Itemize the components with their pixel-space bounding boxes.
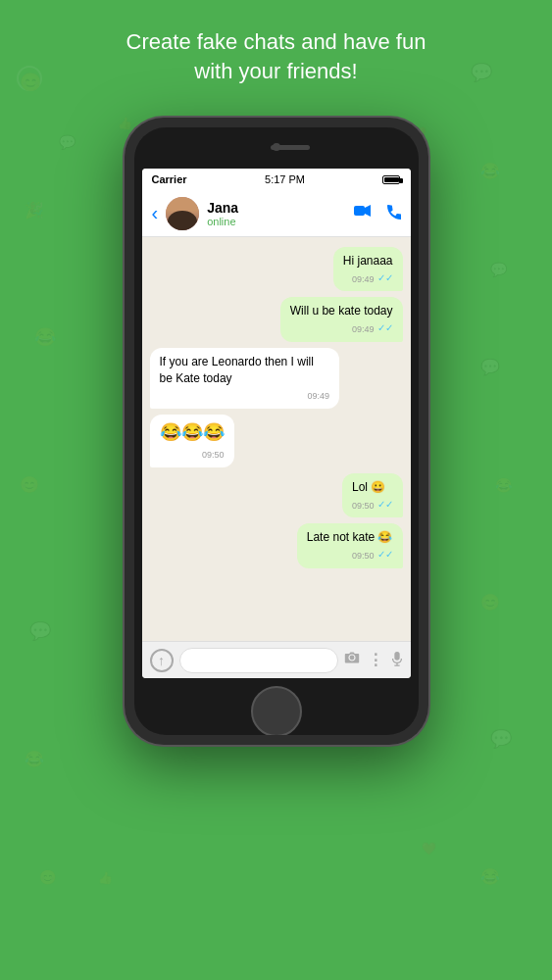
checkmarks-1: ✓✓ <box>377 271 393 285</box>
message-row-4: 😂😂😂 09:50 <box>150 415 403 467</box>
input-icons: ⋮ <box>344 651 403 669</box>
svg-text:😂: 😂 <box>480 867 500 886</box>
screen: Carrier 5:17 PM ‹ Jana onli <box>142 169 411 678</box>
bubble-3: If you are Leonardo then I will be Kate … <box>150 348 340 409</box>
svg-text:💬: 💬 <box>480 358 500 376</box>
svg-text:😊: 😊 <box>480 593 500 612</box>
svg-text:💬: 💬 <box>29 620 52 642</box>
bubble-text-3: If you are Leonardo then I will be Kate … <box>160 355 314 385</box>
upload-button[interactable]: ↑ <box>150 649 174 672</box>
battery-fill <box>384 177 398 182</box>
phone-call-icon[interactable] <box>385 204 401 223</box>
msg-time-4: 09:50 <box>202 449 225 462</box>
msg-time-6: 09:50 <box>352 550 375 563</box>
checkmarks-2: ✓✓ <box>377 321 393 335</box>
message-row-3: If you are Leonardo then I will be Kate … <box>150 348 403 409</box>
input-bar: ↑ ⋮ <box>142 641 411 678</box>
svg-marker-22 <box>365 205 371 217</box>
svg-text:😂: 😂 <box>495 477 513 494</box>
svg-text:😊: 😊 <box>39 869 57 886</box>
bubble-footer-5: 09:50 ✓✓ <box>352 498 393 513</box>
message-row-1: Hi janaaa 09:49 ✓✓ <box>150 247 403 291</box>
bubble-footer-1: 09:49 ✓✓ <box>343 271 393 286</box>
home-button[interactable] <box>251 686 302 735</box>
header-line2: with your friends! <box>194 59 357 83</box>
svg-text:❤️: ❤️ <box>422 841 436 856</box>
svg-text:😂: 😂 <box>480 162 500 180</box>
phone-frame: Carrier 5:17 PM ‹ Jana onli <box>125 118 428 745</box>
upload-icon: ↑ <box>158 653 165 668</box>
msg-time-2: 09:49 <box>352 323 375 336</box>
svg-rect-21 <box>354 206 365 216</box>
video-call-icon[interactable] <box>354 204 372 223</box>
msg-time-1: 09:49 <box>352 273 375 286</box>
svg-text:👍: 👍 <box>98 870 113 885</box>
contact-status: online <box>207 216 345 227</box>
svg-text:😂: 😂 <box>34 326 57 348</box>
bubble-text-5: Lol 😀 <box>352 480 385 494</box>
bubble-text-2: Will u be kate today <box>290 304 393 318</box>
dots-icon[interactable]: ⋮ <box>368 651 383 669</box>
svg-text:🎉: 🎉 <box>25 201 44 220</box>
bubble-1: Hi janaaa 09:49 ✓✓ <box>333 247 403 291</box>
camera-icon[interactable] <box>344 651 360 669</box>
time-label: 5:17 PM <box>265 173 305 185</box>
message-row-2: Will u be kate today 09:49 ✓✓ <box>150 297 403 341</box>
message-row-5: Lol 😀 09:50 ✓✓ <box>150 473 403 517</box>
carrier-label: Carrier <box>152 173 187 185</box>
svg-text:👍: 👍 <box>118 116 132 130</box>
back-button[interactable]: ‹ <box>152 202 159 224</box>
checkmarks-6: ✓✓ <box>377 548 393 562</box>
battery-icon <box>382 175 400 184</box>
avatar <box>166 197 199 230</box>
contact-info: Jana online <box>207 200 345 227</box>
avatar-hair <box>168 211 197 230</box>
message-input[interactable] <box>179 648 338 673</box>
msg-time-5: 09:50 <box>352 500 375 513</box>
chat-header: ‹ Jana online <box>142 190 411 237</box>
checkmarks-5: ✓✓ <box>377 498 393 512</box>
svg-rect-24 <box>394 652 399 661</box>
contact-name: Jana <box>207 200 345 216</box>
phone-speaker <box>271 145 310 150</box>
svg-text:💬: 💬 <box>490 262 508 278</box>
bubble-4: 😂😂😂 09:50 <box>150 415 234 467</box>
bubble-2: Will u be kate today 09:49 ✓✓ <box>280 297 403 341</box>
bubble-6: Late not kate 😂 09:50 ✓✓ <box>297 523 403 567</box>
phone-inner: Carrier 5:17 PM ‹ Jana onli <box>134 127 419 735</box>
bubble-text-1: Hi janaaa <box>343 254 393 268</box>
bubble-footer-4: 09:50 <box>160 447 225 462</box>
status-bar: Carrier 5:17 PM <box>142 169 411 190</box>
page-header: Create fake chats and have fun with your… <box>0 27 552 85</box>
messages-area: Hi janaaa 09:49 ✓✓ Will u be kate today … <box>142 237 411 641</box>
mic-icon[interactable] <box>391 651 403 669</box>
header-line1: Create fake chats and have fun <box>126 29 427 54</box>
bubble-footer-3: 09:49 <box>160 388 330 403</box>
svg-text:💬: 💬 <box>490 728 513 750</box>
bubble-text-4: 😂😂😂 <box>160 422 225 442</box>
svg-text:💬: 💬 <box>59 134 76 151</box>
svg-point-23 <box>349 656 354 661</box>
avatar-face <box>166 197 199 230</box>
msg-time-3: 09:49 <box>307 390 329 403</box>
svg-text:😊: 😊 <box>20 475 39 494</box>
bubble-footer-2: 09:49 ✓✓ <box>290 321 393 336</box>
bubble-footer-6: 09:50 ✓✓ <box>307 548 393 563</box>
bubble-text-6: Late not kate 😂 <box>307 530 393 544</box>
bubble-5: Lol 😀 09:50 ✓✓ <box>342 473 403 517</box>
header-icons <box>354 204 401 223</box>
svg-text:😂: 😂 <box>25 750 44 768</box>
status-right <box>382 175 400 184</box>
message-row-6: Late not kate 😂 09:50 ✓✓ <box>150 523 403 567</box>
